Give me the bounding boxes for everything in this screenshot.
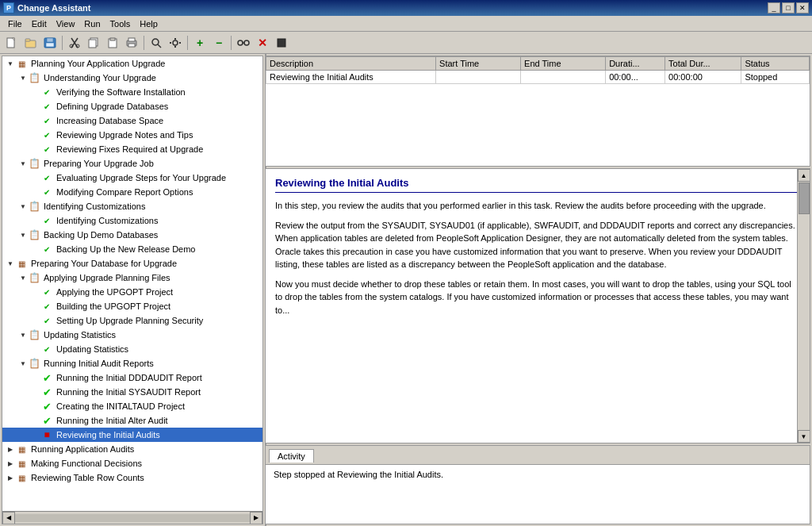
scroll-left-btn[interactable]: ◀ bbox=[2, 512, 15, 524]
svg-rect-6 bbox=[46, 43, 54, 47]
tree-panel: ▼▦Planning Your Application Upgrade▼📋Und… bbox=[2, 56, 263, 524]
check-green-icon: ✔ bbox=[40, 215, 53, 226]
menu-edit[interactable]: Edit bbox=[27, 17, 52, 30]
tree-item-identify-custom[interactable]: ▼📋Identifying Customizations bbox=[2, 199, 262, 213]
right-panel: Description Start Time End Time Durati..… bbox=[265, 56, 810, 524]
toolbar-print[interactable] bbox=[123, 34, 140, 52]
tree-item-run-app-audits[interactable]: ▶▦Running Application Audits bbox=[2, 442, 262, 456]
scroll-right-btn[interactable]: ▶ bbox=[250, 512, 262, 524]
toolbar-settings[interactable] bbox=[167, 34, 184, 52]
scroll-thumb[interactable] bbox=[799, 182, 810, 214]
tree-item-increase-db[interactable]: ✔Increasing Database Space bbox=[2, 113, 262, 128]
check-green-icon: ✔ bbox=[40, 86, 53, 98]
activity-tab[interactable]: Activity bbox=[269, 449, 314, 463]
toolbar-save[interactable] bbox=[41, 34, 59, 52]
tree-item-define-db[interactable]: ✔Defining Upgrade Databases bbox=[2, 99, 262, 113]
tree-item-prepare-job[interactable]: ▼📋Preparing Your Upgrade Job bbox=[2, 156, 262, 171]
tree-arrow: ▶ bbox=[6, 459, 15, 468]
check-green2-icon: ✔ bbox=[40, 401, 53, 412]
svg-rect-24 bbox=[179, 42, 181, 44]
close-button[interactable]: ✕ bbox=[796, 2, 809, 13]
cell-status: Stopped bbox=[741, 71, 810, 84]
toolbar-new[interactable] bbox=[3, 34, 21, 52]
tree-item-apply-planning[interactable]: ▼📋Applying Upgrade Planning Files bbox=[2, 271, 262, 285]
tree-label: Updating Statistics bbox=[44, 330, 116, 340]
tree-arrow bbox=[31, 316, 40, 325]
tree-label: Running the Initial DDDAUDIT Report bbox=[56, 373, 202, 382]
tree-label: Backing Up the New Release Demo bbox=[56, 244, 195, 254]
description-scrollbar[interactable]: ▲ ▼ bbox=[797, 169, 810, 443]
toolbar-search[interactable] bbox=[147, 34, 165, 52]
check-green2-icon: ✔ bbox=[40, 372, 53, 383]
book-icon: 📋 bbox=[28, 72, 40, 83]
tree-label: Reviewing Table Row Counts bbox=[31, 473, 144, 482]
scroll-track[interactable] bbox=[798, 182, 810, 430]
tree-item-run-dddaudit[interactable]: ✔Running the Initial DDDAUDIT Report bbox=[2, 371, 262, 385]
tree-item-review-table[interactable]: ▶▦Reviewing Table Row Counts bbox=[2, 470, 262, 485]
tree-item-create-initaltaud[interactable]: ✔Creating the INITALTAUD Project bbox=[2, 399, 262, 413]
tree-arrow: ▼ bbox=[6, 259, 15, 268]
col-duration: Durati... bbox=[606, 57, 665, 71]
menu-tools[interactable]: Tools bbox=[105, 17, 136, 30]
tree-item-review-notes[interactable]: ✔Reviewing Upgrade Notes and Tips bbox=[2, 128, 262, 142]
tree-item-backup-new[interactable]: ✔Backing Up the New Release Demo bbox=[2, 242, 262, 256]
tree-item-backup-demo[interactable]: ▼📋Backing Up Demo Databases bbox=[2, 228, 262, 242]
toolbar-paste[interactable] bbox=[104, 34, 121, 52]
tree-item-verify-install[interactable]: ✔Verifying the Software Installation bbox=[2, 85, 262, 99]
tree-item-understand-upgrade[interactable]: ▼📋Understanding Your Upgrade bbox=[2, 71, 262, 85]
tree-arrow bbox=[31, 301, 40, 311]
toolbar-open[interactable] bbox=[22, 34, 40, 52]
tree-item-review-initial[interactable]: ■Reviewing the Initial Audits bbox=[2, 428, 262, 442]
scroll-down-btn[interactable]: ▼ bbox=[798, 430, 810, 443]
menu-view[interactable]: View bbox=[52, 17, 80, 30]
tree-item-modify-compare[interactable]: ✔Modifying Compare Report Options bbox=[2, 185, 262, 199]
book-icon: 📋 bbox=[28, 272, 40, 283]
toolbar-remove[interactable]: − bbox=[210, 34, 228, 52]
tree-item-update-stats2[interactable]: ✔Updating Statistics bbox=[2, 342, 262, 356]
tree-item-make-functional[interactable]: ▶▦Making Functional Decisions bbox=[2, 456, 262, 470]
bottom-scroll-track[interactable] bbox=[15, 514, 250, 522]
tree-item-review-fixes[interactable]: ✔Reviewing Fixes Required at Upgrade bbox=[2, 142, 262, 156]
maximize-button[interactable]: □ bbox=[782, 2, 795, 13]
tree-label: Defining Upgrade Databases bbox=[56, 102, 168, 111]
svg-line-19 bbox=[158, 44, 161, 48]
tree-item-run-sysaudit[interactable]: ✔Running the Initial SYSAUDIT Report bbox=[2, 385, 262, 399]
menu-file[interactable]: File bbox=[3, 17, 27, 30]
tree-arrow bbox=[31, 387, 40, 397]
tree-container[interactable]: ▼▦Planning Your Application Upgrade▼📋Und… bbox=[2, 56, 262, 511]
toolbar-stop[interactable] bbox=[273, 34, 290, 52]
bottom-scroll[interactable]: ◀ ▶ bbox=[2, 511, 262, 524]
menu-run[interactable]: Run bbox=[79, 17, 105, 30]
tree-item-run-alter[interactable]: ✔Running the Initial Alter Audit bbox=[2, 413, 262, 428]
tree-arrow bbox=[31, 416, 40, 425]
tree-item-run-audit[interactable]: ▼📋Running Initial Audit Reports bbox=[2, 356, 262, 371]
check-green-icon: ✔ bbox=[40, 144, 53, 155]
svg-point-18 bbox=[152, 39, 159, 45]
tree-arrow bbox=[31, 373, 40, 382]
svg-rect-21 bbox=[174, 38, 176, 40]
scroll-up-btn[interactable]: ▲ bbox=[798, 169, 810, 182]
tree-item-update-stats[interactable]: ▼📋Updating Statistics bbox=[2, 328, 262, 342]
tree-item-identify-custom2[interactable]: ✔Identifying Customizations bbox=[2, 213, 262, 228]
tree-item-setup-security[interactable]: ✔Setting Up Upgrade Planning Security bbox=[2, 313, 262, 328]
toolbar-cut[interactable] bbox=[66, 34, 83, 52]
toolbar-copy[interactable] bbox=[85, 34, 102, 52]
tree-arrow: ▼ bbox=[18, 330, 28, 340]
tree-item-apply-upgopt[interactable]: ✔Applying the UPGOPT Project bbox=[2, 285, 262, 299]
toolbar-cancel[interactable]: ✕ bbox=[254, 34, 271, 52]
tree-label: Identifying Customizations bbox=[56, 216, 158, 225]
tree-item-plan-upgrade[interactable]: ▼▦Planning Your Application Upgrade bbox=[2, 56, 262, 71]
window-controls[interactable]: _ □ ✕ bbox=[768, 2, 809, 13]
cell-total-duration: 00:00:00 bbox=[665, 71, 741, 84]
tree-item-prepare-db[interactable]: ▼▦Preparing Your Database for Upgrade bbox=[2, 256, 262, 271]
tree-item-eval-steps[interactable]: ✔Evaluating Upgrade Steps for Your Upgra… bbox=[2, 171, 262, 185]
tree-item-build-upgopt[interactable]: ✔Building the UPGOPT Project bbox=[2, 299, 262, 313]
toolbar-link[interactable] bbox=[235, 34, 252, 52]
toolbar-add[interactable]: + bbox=[191, 34, 209, 52]
table-row[interactable]: Reviewing the Initial Audits 00:00... 00… bbox=[266, 71, 810, 84]
minimize-button[interactable]: _ bbox=[768, 2, 780, 13]
toolbar-sep4 bbox=[231, 36, 232, 50]
check-green-icon: ✔ bbox=[40, 186, 53, 198]
tree-label: Setting Up Upgrade Planning Security bbox=[56, 316, 203, 325]
menu-help[interactable]: Help bbox=[135, 17, 163, 30]
